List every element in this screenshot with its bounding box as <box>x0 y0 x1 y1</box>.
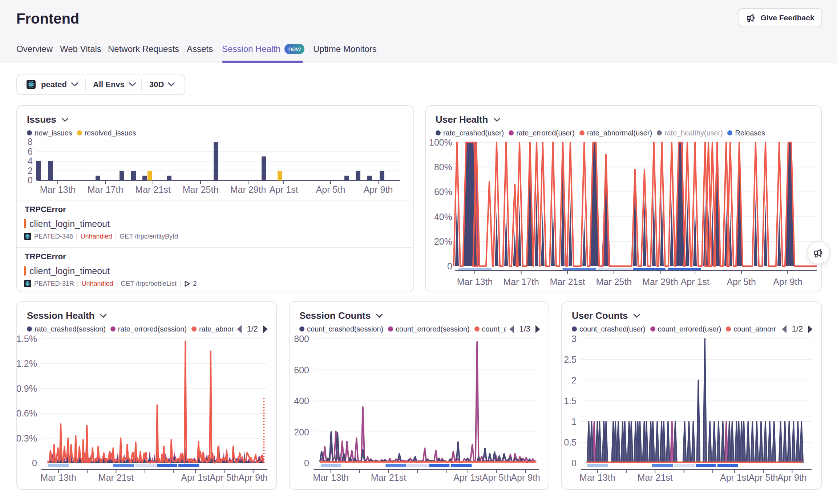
svg-text:Mar 13th: Mar 13th <box>313 472 349 483</box>
svg-text:600: 600 <box>294 365 309 375</box>
svg-text:0.6%: 0.6% <box>17 408 37 418</box>
svg-text:0: 0 <box>304 458 309 468</box>
svg-text:Mar 17th: Mar 17th <box>503 277 539 287</box>
svg-text:Apr 5th: Apr 5th <box>210 472 239 483</box>
svg-text:Apr 9th: Apr 9th <box>511 472 540 483</box>
svg-text:Apr 9th: Apr 9th <box>773 277 802 287</box>
svg-text:6: 6 <box>28 146 33 157</box>
svg-text:0.5: 0.5 <box>564 437 577 447</box>
svg-text:2.5: 2.5 <box>564 354 577 365</box>
svg-text:Apr 9th: Apr 9th <box>364 184 393 195</box>
svg-text:Apr 9th: Apr 9th <box>777 472 807 483</box>
svg-text:0: 0 <box>571 458 577 468</box>
svg-text:Apr 1st: Apr 1st <box>680 277 709 287</box>
svg-text:Mar 13th: Mar 13th <box>457 277 493 287</box>
svg-text:Apr 1st: Apr 1st <box>453 472 482 483</box>
svg-text:0.9%: 0.9% <box>17 383 37 394</box>
svg-text:20%: 20% <box>434 236 452 247</box>
svg-text:Mar 13th: Mar 13th <box>40 184 76 195</box>
svg-text:Mar 21st: Mar 21st <box>135 184 170 195</box>
svg-text:0: 0 <box>447 261 452 271</box>
svg-text:40%: 40% <box>434 212 452 222</box>
svg-text:Mar 25th: Mar 25th <box>183 184 219 195</box>
svg-text:2: 2 <box>571 375 577 385</box>
svg-text:800: 800 <box>294 334 309 344</box>
svg-text:2: 2 <box>28 166 33 176</box>
svg-text:1.2%: 1.2% <box>17 358 37 369</box>
svg-text:1.5%: 1.5% <box>17 334 37 344</box>
svg-text:Mar 21st: Mar 21st <box>98 472 134 483</box>
svg-text:Mar 25th: Mar 25th <box>596 277 632 287</box>
svg-text:Mar 21st: Mar 21st <box>371 472 406 483</box>
svg-text:Apr 5th: Apr 5th <box>316 184 345 195</box>
svg-text:Apr 5th: Apr 5th <box>727 277 756 287</box>
svg-text:0.3%: 0.3% <box>17 433 37 443</box>
svg-text:100%: 100% <box>429 137 452 147</box>
svg-text:Mar 13th: Mar 13th <box>579 472 615 483</box>
svg-text:0: 0 <box>32 458 37 468</box>
svg-text:3: 3 <box>571 334 577 344</box>
svg-text:Mar 17th: Mar 17th <box>88 184 124 195</box>
svg-text:0: 0 <box>28 175 33 185</box>
svg-text:Mar 29th: Mar 29th <box>230 184 266 195</box>
svg-text:8: 8 <box>28 137 33 147</box>
svg-text:Mar 21st: Mar 21st <box>550 277 585 287</box>
svg-text:1.5: 1.5 <box>564 396 577 406</box>
svg-text:Mar 13th: Mar 13th <box>40 472 76 483</box>
svg-text:Apr 5th: Apr 5th <box>482 472 512 483</box>
svg-text:Mar 29th: Mar 29th <box>642 277 678 287</box>
svg-text:400: 400 <box>294 396 309 406</box>
svg-text:4: 4 <box>28 156 33 166</box>
svg-text:Apr 1st: Apr 1st <box>181 472 210 483</box>
svg-text:200: 200 <box>294 427 309 437</box>
svg-text:80%: 80% <box>434 162 452 172</box>
svg-text:Apr 1st: Apr 1st <box>269 184 298 195</box>
svg-text:Apr 1st: Apr 1st <box>720 472 749 483</box>
svg-text:1: 1 <box>571 416 577 427</box>
svg-text:Apr 9th: Apr 9th <box>238 472 268 483</box>
svg-text:60%: 60% <box>434 187 452 197</box>
svg-text:Apr 5th: Apr 5th <box>749 472 778 483</box>
svg-text:Mar 21st: Mar 21st <box>638 472 673 483</box>
